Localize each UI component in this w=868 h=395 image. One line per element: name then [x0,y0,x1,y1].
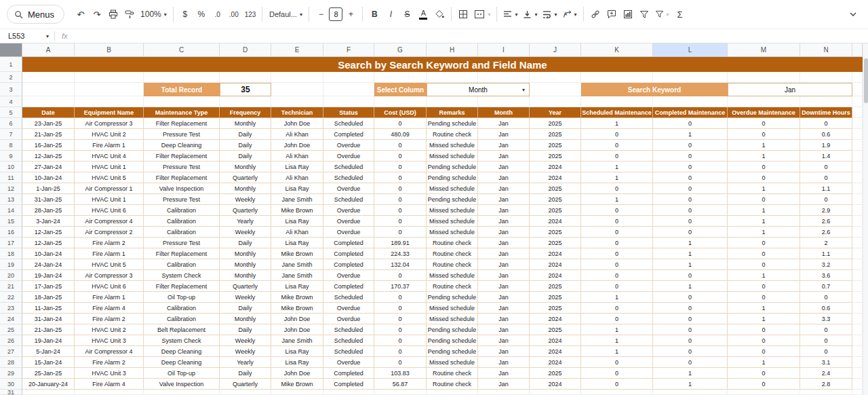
table-cell[interactable]: HVAC Unit 2 [75,324,144,335]
table-cell[interactable]: Calibration [144,227,220,238]
empty-cell[interactable] [427,72,478,83]
table-cell[interactable]: Completed [323,248,374,259]
table-cell[interactable]: Completed [323,281,374,292]
empty-cell[interactable] [374,72,427,83]
table-cell[interactable]: 0 [374,292,427,303]
table-cell[interactable]: 20-January-24 [22,379,75,390]
empty-cell[interactable] [852,118,863,129]
table-cell[interactable]: 0 [653,118,728,129]
table-cell[interactable]: 2025 [530,324,581,335]
empty-cell[interactable] [581,96,653,107]
row-number[interactable]: 13 [0,194,22,205]
table-cell[interactable]: Jan [478,151,530,162]
empty-cell[interactable] [478,72,530,83]
table-cell[interactable]: 3.2 [800,259,852,270]
table-cell[interactable]: 2025 [530,281,581,292]
table-cell[interactable]: Jan [478,129,530,140]
insert-comment-button[interactable] [604,5,620,23]
horizontal-align-button[interactable]: ▾ [500,5,520,23]
row-number[interactable]: 31 [0,390,22,395]
table-cell[interactable]: Jan [478,324,530,335]
decrease-decimal-button[interactable]: .0 [210,5,226,23]
table-cell[interactable]: Mike Brown [271,303,323,314]
row-number[interactable]: 20 [0,270,22,281]
table-cell[interactable]: Monthly [220,314,271,324]
table-cell[interactable]: HVAC Unit 1 [75,194,144,205]
table-cell[interactable]: Pending schedule [427,335,478,346]
table-cell[interactable]: 1 [581,172,653,183]
table-cell[interactable]: Weekly [220,335,271,346]
table-cell[interactable]: HVAC Unit 2 [75,129,144,140]
empty-cell[interactable] [852,216,863,227]
table-cell[interactable]: 0 [374,140,427,151]
table-cell[interactable]: Fire Alarm 2 [75,357,144,368]
font-selector[interactable]: Defaul... ▾ [266,5,305,23]
table-cell[interactable]: 0 [581,151,653,162]
table-cell[interactable]: Routine check [427,368,478,379]
table-cell[interactable]: Valve Inspection [144,379,220,390]
collapse-toolbar-button[interactable] [845,5,861,23]
table-cell[interactable]: 2024 [530,162,581,172]
table-cell[interactable]: Fire Alarm 4 [75,379,144,390]
empty-cell[interactable] [852,292,863,303]
table-cell[interactable]: 0 [374,162,427,172]
table-cell[interactable]: Routine check [427,238,478,248]
column-header-I[interactable]: I [478,43,530,57]
table-cell[interactable]: Filter Replacement [144,248,220,259]
table-cell[interactable]: 2024 [530,270,581,281]
empty-cell[interactable] [427,390,478,395]
table-cell[interactable]: 0 [374,205,427,216]
empty-cell[interactable] [728,96,800,107]
table-cell[interactable]: 0 [728,172,800,183]
table-cell[interactable]: 0 [653,346,728,357]
table-cell[interactable]: 0 [728,129,800,140]
empty-cell[interactable] [852,379,863,390]
empty-cell[interactable] [144,96,220,107]
print-button[interactable] [105,5,121,23]
table-cell[interactable]: 0 [653,194,728,205]
table-cell[interactable]: 28-Jan-25 [22,205,75,216]
empty-cell[interactable] [323,96,374,107]
table-cell[interactable]: 0 [653,162,728,172]
table-cell[interactable]: Jan [478,346,530,357]
empty-cell[interactable] [22,96,75,107]
table-cell[interactable]: 2024 [530,172,581,183]
table-cell[interactable]: 0 [374,357,427,368]
table-cell[interactable]: 2.9 [800,205,852,216]
table-cell[interactable]: 0 [653,335,728,346]
table-cell[interactable]: Missed schedule [427,183,478,194]
table-cell[interactable]: Routine check [427,248,478,259]
table-cell[interactable]: 2024 [530,335,581,346]
table-cell[interactable]: Calibration [144,303,220,314]
table-header-cell[interactable]: Date [22,107,75,118]
table-cell[interactable]: Completed [323,129,374,140]
table-cell[interactable]: 2024 [530,314,581,324]
empty-cell[interactable] [581,72,653,83]
table-cell[interactable]: 24-Jan-24 [22,259,75,270]
table-cell[interactable]: Mike Brown [271,292,323,303]
table-cell[interactable]: Pending schedule [427,194,478,205]
table-cell[interactable]: HVAC Unit 5 [75,172,144,183]
table-cell[interactable]: 1 [728,227,800,238]
empty-cell[interactable] [852,335,863,346]
percent-format-button[interactable]: % [193,5,210,23]
table-cell[interactable]: Jan [478,281,530,292]
table-cell[interactable]: 1-Jan-25 [22,183,75,194]
cell-name-box[interactable]: L553 ▾ [0,29,54,43]
increase-font-size-button[interactable]: + [342,5,359,23]
table-cell[interactable]: 0 [728,238,800,248]
table-cell[interactable]: Daily [220,140,271,151]
table-header-cell[interactable]: Maintenance Type [144,107,220,118]
empty-cell[interactable] [530,390,581,395]
row-number[interactable]: 15 [0,216,22,227]
empty-cell[interactable] [728,72,800,83]
empty-cell[interactable] [852,162,863,172]
table-cell[interactable]: 0 [800,335,852,346]
empty-cell[interactable] [478,390,530,395]
table-cell[interactable]: Fire Alarm 1 [75,140,144,151]
table-cell[interactable]: 1 [653,368,728,379]
filter-views-button[interactable]: ▾ [652,5,672,23]
empty-cell[interactable] [852,194,863,205]
table-cell[interactable]: Jan [478,303,530,314]
table-cell[interactable]: 0 [800,346,852,357]
